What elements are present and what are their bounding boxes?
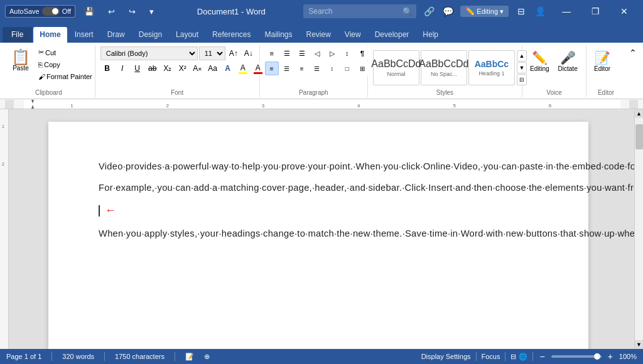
tab-developer[interactable]: Developer: [369, 27, 416, 43]
zoom-thumb[interactable]: [594, 353, 600, 360]
justify-button[interactable]: ☰: [310, 62, 324, 75]
cut-button[interactable]: ✂ Cut: [35, 46, 95, 58]
editor-button[interactable]: 📝 Editor: [592, 48, 613, 75]
document-area: 1 2 Video·provides·a·powerful·way·to·hel…: [0, 109, 643, 349]
decrease-font-button[interactable]: A↓: [242, 46, 256, 60]
redo-button[interactable]: ↪: [124, 4, 141, 19]
scrollbar-thumb[interactable]: [635, 124, 643, 149]
font-size-select[interactable]: 11: [199, 46, 225, 60]
document-scroll[interactable]: Video·provides·a·powerful·way·to·help·yo…: [9, 109, 634, 349]
ribbon: 📋 Paste ✂ Cut ⎘ Copy 🖌 Format Painter Cl…: [0, 43, 643, 99]
scrollbar-track[interactable]: [635, 118, 644, 340]
editing-pencil-icon: ✏️: [465, 7, 475, 16]
title-icons: 🔗 💬: [420, 3, 457, 20]
superscript-button[interactable]: X²: [176, 62, 190, 75]
style-nospace[interactable]: AaBbCcDd No Spac...: [421, 50, 467, 85]
sort-button[interactable]: ↕: [340, 46, 354, 60]
maximize-button[interactable]: ❐: [581, 3, 609, 20]
autosave-toggle[interactable]: [42, 7, 60, 16]
track-changes-icon[interactable]: ⊕: [204, 353, 210, 361]
document-page: Video·provides·a·powerful·way·to·help·yo…: [48, 122, 588, 349]
line-spacing-button[interactable]: ↕: [325, 62, 339, 75]
tab-references[interactable]: References: [206, 27, 257, 43]
style-heading1[interactable]: AaBbCc Heading 1: [468, 50, 515, 85]
autosave-badge[interactable]: AutoSave Off: [5, 5, 75, 18]
tab-file[interactable]: File: [3, 27, 32, 43]
tab-insert[interactable]: Insert: [68, 27, 100, 43]
font-family-select[interactable]: Calibri (Body): [100, 46, 198, 60]
web-view-icon[interactable]: 🌐: [519, 353, 527, 361]
decrease-indent-button[interactable]: ◁: [310, 46, 324, 60]
italic-button[interactable]: I: [116, 62, 129, 75]
collapse-ribbon-area: ⌃: [627, 45, 639, 97]
format-painter-button[interactable]: 🖌 Format Painter: [35, 71, 95, 82]
save-button[interactable]: 💾: [79, 4, 99, 19]
editing-badge[interactable]: ✏️ Editing ▾: [460, 6, 509, 17]
comments-icon[interactable]: 💬: [439, 3, 457, 20]
tab-review[interactable]: Review: [300, 27, 337, 43]
tab-design[interactable]: Design: [132, 27, 168, 43]
align-left-button[interactable]: ≡: [265, 62, 279, 75]
increase-font-button[interactable]: A↑: [227, 46, 240, 60]
display-settings-button[interactable]: Display Settings: [421, 353, 471, 360]
tab-view[interactable]: View: [338, 27, 367, 43]
show-formatting-button[interactable]: ¶: [355, 46, 369, 60]
copy-button[interactable]: ⎘ Copy: [35, 59, 95, 70]
change-case-button[interactable]: Aa: [206, 62, 220, 75]
style-normal[interactable]: AaBbCcDd Normal: [373, 50, 419, 85]
text-cursor: [99, 205, 100, 217]
zoom-in-button[interactable]: +: [607, 351, 614, 361]
highlight-color-button[interactable]: A: [236, 62, 250, 75]
tab-draw[interactable]: Draw: [101, 27, 131, 43]
strikethrough-button[interactable]: ab: [146, 62, 159, 75]
voice-label: Voice: [527, 89, 581, 97]
user-icon[interactable]: 👤: [531, 3, 549, 20]
collapse-ribbon-button[interactable]: ⌃: [627, 46, 639, 59]
print-layout-icon[interactable]: ⊟: [511, 353, 516, 361]
minimize-button[interactable]: —: [553, 3, 580, 20]
borders-button[interactable]: ⊞: [355, 62, 369, 75]
increase-indent-button[interactable]: ▷: [325, 46, 339, 60]
editing-label: Editing: [477, 8, 498, 15]
status-divider-3: [175, 352, 175, 361]
align-center-button[interactable]: ☰: [280, 62, 294, 75]
multilevel-list-button[interactable]: ☰: [295, 46, 309, 60]
editing-icon: ✏️: [532, 50, 548, 65]
scrollbar-up-button[interactable]: ▲: [635, 109, 644, 118]
clear-formatting-button[interactable]: A✕: [191, 62, 205, 75]
search-input[interactable]: [303, 4, 416, 18]
shading-button[interactable]: □: [340, 62, 354, 75]
svg-text:2: 2: [166, 103, 169, 109]
close-button[interactable]: ✕: [610, 3, 638, 20]
scrollbar-down-button[interactable]: ▼: [635, 340, 644, 349]
page-indicator: Page 1 of 1: [6, 353, 41, 360]
dictate-button[interactable]: 🎤 Dictate: [556, 48, 580, 75]
ruler: 1 2 3 4 5 6: [0, 99, 643, 109]
numbered-list-button[interactable]: ☰: [280, 46, 294, 60]
autosave-state: Off: [62, 8, 71, 15]
paste-button[interactable]: 📋 Paste: [8, 46, 34, 75]
underline-button[interactable]: U: [131, 62, 144, 75]
subscript-button[interactable]: X₂: [161, 62, 175, 75]
editing-voice-button[interactable]: ✏️ Editing: [527, 48, 552, 75]
ribbon-display-icon[interactable]: ⊟: [512, 3, 530, 20]
zoom-slider[interactable]: [551, 355, 602, 358]
tab-mailings[interactable]: Mailings: [258, 27, 298, 43]
share-icon[interactable]: 🔗: [420, 3, 438, 20]
bold-button[interactable]: B: [100, 62, 114, 75]
tab-layout[interactable]: Layout: [170, 27, 205, 43]
customize-qat-button[interactable]: ▾: [144, 4, 159, 19]
focus-button[interactable]: Focus: [482, 353, 500, 360]
undo-button[interactable]: ↩: [103, 4, 120, 19]
font-group: Calibri (Body) 11 A↑ A↓ B I U ab X₂ X² A…: [97, 45, 260, 97]
align-right-button[interactable]: ≡: [295, 62, 309, 75]
ribbon-tabs: File Home Insert Draw Design Layout Refe…: [0, 23, 643, 43]
style-nospace-preview: AaBbCcDd: [419, 58, 468, 70]
title-bar: AutoSave Off 💾 ↩ ↪ ▾ Document1 - Word 🔍 …: [0, 0, 643, 23]
tab-home[interactable]: Home: [33, 27, 67, 43]
tab-help[interactable]: Help: [416, 27, 445, 43]
text-effects-button[interactable]: A: [221, 62, 235, 75]
proofreading-icon[interactable]: 📝: [185, 353, 194, 361]
zoom-out-button[interactable]: −: [538, 351, 546, 361]
bullet-list-button[interactable]: ≡: [265, 46, 279, 60]
